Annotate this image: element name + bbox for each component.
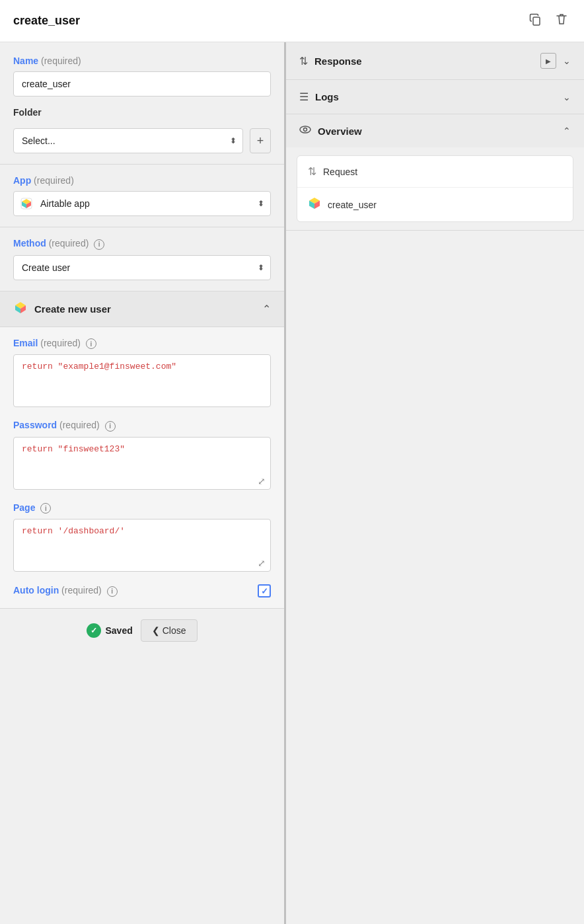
logs-lines-icon: ☰ — [299, 91, 309, 103]
app-select[interactable]: Airtable app — [13, 191, 271, 216]
page-field: Page i return '/dashboard/' ⤢ — [13, 502, 271, 574]
folder-field: Folder Select... ⬍ + — [13, 107, 271, 153]
password-field: Password (required) i return "finsweet12… — [13, 420, 271, 492]
saved-label: Saved — [105, 625, 132, 636]
overview-label: Overview — [318, 126, 362, 137]
response-arrows-icon: ⇅ — [299, 55, 308, 67]
create-new-user-header[interactable]: Create new user ⌃ — [0, 291, 284, 327]
page-code-input[interactable]: return '/dashboard/' — [13, 519, 271, 572]
create-user-title: Create new user — [34, 303, 111, 315]
overview-chevron-icon: ⌃ — [563, 126, 571, 136]
close-chevron-icon: ❮ — [152, 625, 160, 636]
create-user-row-text: create_user — [328, 200, 377, 210]
request-arrows-icon: ⇅ — [308, 165, 316, 178]
app-section: App (required) Airtable app — [0, 165, 284, 227]
auto-login-field: Auto login (required) i — [13, 584, 271, 597]
method-label: Method (required) i — [13, 238, 271, 250]
logs-accordion: ☰ Logs ⌄ — [286, 80, 584, 114]
fields-area: Email (required) i return "example1@fins… — [0, 327, 284, 609]
app-select-wrapper: Airtable app ⬍ — [13, 191, 271, 216]
response-accordion: ⇅ Response ▶ ⌄ — [286, 42, 584, 80]
response-play-button[interactable]: ▶ — [540, 53, 556, 69]
close-label: Close — [163, 625, 186, 636]
close-button[interactable]: ❮ Close — [141, 619, 198, 642]
page-label: Page i — [13, 502, 271, 514]
create-user-collapse-icon: ⌃ — [262, 303, 271, 315]
method-section: Method (required) i Create user ⬍ — [0, 227, 284, 291]
page-code-wrapper: return '/dashboard/' ⤢ — [13, 519, 271, 574]
response-accordion-header[interactable]: ⇅ Response ▶ ⌄ — [286, 42, 584, 79]
request-row-text: Request — [323, 167, 357, 177]
folder-row: Select... ⬍ + — [13, 128, 271, 153]
method-info-icon[interactable]: i — [94, 239, 104, 250]
response-chevron-icon: ⌄ — [563, 56, 571, 66]
email-info-icon[interactable]: i — [86, 338, 96, 349]
logs-accordion-header[interactable]: ☰ Logs ⌄ — [286, 80, 584, 114]
email-field: Email (required) i return "example1@fins… — [13, 338, 271, 410]
logs-label: Logs — [315, 91, 339, 102]
svg-rect-0 — [533, 17, 540, 25]
email-code-wrapper: return "example1@finsweet.com" — [13, 354, 271, 409]
overview-row-request: ⇅ Request — [297, 156, 573, 187]
svg-point-9 — [304, 128, 307, 132]
create-user-section-icon — [13, 301, 28, 317]
header-actions — [526, 10, 571, 32]
name-folder-section: Name (required) Folder Select... ⬍ — [0, 42, 284, 164]
password-code-input[interactable]: return "finsweet123" — [13, 437, 271, 490]
name-input[interactable] — [13, 71, 271, 96]
password-code-wrapper: return "finsweet123" ⤢ — [13, 437, 271, 492]
saved-icon: ✓ — [87, 623, 101, 638]
auto-login-checkbox[interactable] — [258, 584, 271, 597]
overview-accordion-header[interactable]: Overview ⌃ — [286, 114, 584, 147]
overview-eye-icon — [299, 125, 311, 137]
password-info-icon[interactable]: i — [105, 421, 116, 432]
delete-button[interactable] — [552, 10, 571, 32]
copy-button[interactable] — [526, 10, 544, 32]
create-new-user-section: Create new user ⌃ Email (required) i — [0, 291, 284, 609]
right-panel: ⇅ Response ▶ ⌄ ☰ Logs ⌄ — [286, 42, 584, 924]
auto-login-label: Auto login (required) i — [13, 585, 118, 597]
main-layout: Name (required) Folder Select... ⬍ — [0, 42, 584, 924]
header: create_user — [0, 0, 584, 42]
page-expand-icon[interactable]: ⤢ — [258, 558, 266, 568]
email-code-input[interactable]: return "example1@finsweet.com" — [13, 354, 271, 407]
method-select-wrapper: Create user ⬍ — [13, 255, 271, 280]
auto-login-info-icon[interactable]: i — [107, 586, 118, 597]
app-label: App (required) — [13, 175, 271, 186]
overview-accordion: Overview ⌃ ⇅ Request — [286, 114, 584, 231]
folder-select[interactable]: Select... — [13, 128, 243, 153]
password-label: Password (required) i — [13, 420, 271, 432]
page-info-icon[interactable]: i — [40, 503, 51, 514]
saved-badge: ✓ Saved — [87, 623, 132, 638]
password-expand-icon[interactable]: ⤢ — [258, 476, 266, 486]
add-folder-button[interactable]: + — [250, 128, 271, 153]
page-title: create_user — [13, 14, 80, 28]
folder-label: Folder — [13, 107, 271, 118]
left-panel: Name (required) Folder Select... ⬍ — [0, 42, 286, 924]
create-user-header-left: Create new user — [13, 301, 111, 317]
overview-content: ⇅ Request create_user — [297, 155, 573, 222]
email-label: Email (required) i — [13, 338, 271, 350]
name-field: Name (required) — [13, 56, 271, 96]
bottom-bar: ✓ Saved ❮ Close — [0, 608, 284, 652]
overview-row-create-user: create_user — [297, 187, 573, 221]
response-label: Response — [314, 56, 362, 67]
svg-point-8 — [300, 126, 310, 133]
logs-chevron-icon: ⌄ — [563, 92, 571, 102]
name-label: Name (required) — [13, 56, 271, 66]
method-select[interactable]: Create user — [13, 255, 271, 280]
folder-select-wrapper: Select... ⬍ — [13, 128, 243, 153]
app-container: create_user Name — [0, 0, 584, 924]
create-user-row-icon — [308, 197, 321, 212]
